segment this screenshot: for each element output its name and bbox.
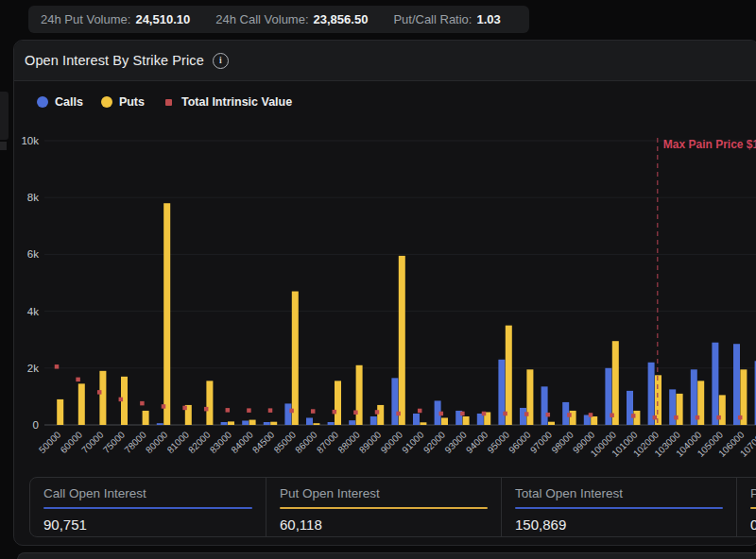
intrinsic-marker[interactable] [589,413,593,417]
call-bar[interactable] [627,391,633,425]
intrinsic-marker[interactable] [631,414,636,418]
calls-color-dot [37,96,48,108]
put-bar[interactable] [57,399,63,425]
legend-item-puts[interactable]: Puts [101,95,145,109]
x-tick-label: 82000 [186,429,213,455]
call-bar[interactable] [242,420,249,425]
y-tick-label: 4k [27,306,39,317]
put-bar[interactable] [292,292,299,425]
call-bar[interactable] [284,403,291,425]
intrinsic-marker[interactable] [674,415,679,420]
put-oi-underline [280,507,488,509]
x-tick-label: 50000 [37,429,63,455]
intrinsic-marker[interactable] [738,415,743,420]
next-panel-top-edge [17,552,756,559]
put-bar[interactable] [591,416,597,425]
put-bar[interactable] [677,394,683,425]
oi-put-call-ratio-underline [750,507,756,509]
intrinsic-marker[interactable] [524,412,529,416]
put-call-ratio-label: Put/Call Ratio: [393,12,472,26]
put-bar[interactable] [206,381,213,425]
call-oi-value: 90,751 [43,517,252,533]
put-bar[interactable] [719,395,726,425]
call-bar[interactable] [328,422,335,425]
put-bar[interactable] [420,422,426,425]
put-bar[interactable] [313,423,319,425]
panel-title: Open Interest By Strike Price [25,53,204,68]
intrinsic-marker[interactable] [375,410,380,415]
intrinsic-marker[interactable] [204,407,209,412]
put-bar[interactable] [143,411,149,425]
intrinsic-marker[interactable] [396,412,401,416]
call-bar[interactable] [733,344,740,425]
intrinsic-marker[interactable] [333,410,337,415]
x-tick-label: 92000 [421,429,448,455]
intrinsic-marker[interactable] [503,412,507,416]
put-bar[interactable] [441,417,448,425]
x-tick-label: 97000 [528,429,555,455]
intrinsic-marker[interactable] [460,412,465,416]
intrinsic-marker[interactable] [247,408,251,413]
intrinsic-marker[interactable] [119,398,124,402]
call-bar[interactable] [221,422,228,425]
intrinsic-marker[interactable] [226,408,231,413]
put-bar[interactable] [506,326,512,425]
call-bar[interactable] [264,422,270,425]
x-tick-label: 88000 [335,429,362,455]
put-bar[interactable] [335,381,341,425]
x-tick-label: 86000 [293,429,319,455]
intrinsic-marker[interactable] [140,401,145,406]
put-bar[interactable] [99,371,106,425]
put-bar[interactable] [612,341,619,425]
put-bar[interactable] [228,421,234,425]
intrinsic-marker[interactable] [567,413,572,417]
put-bar[interactable] [399,256,405,425]
intrinsic-marker[interactable] [76,378,80,382]
call-bar[interactable] [306,417,313,425]
intrinsic-marker[interactable] [289,409,294,414]
intrinsic-marker[interactable] [439,412,444,416]
intrinsic-marker[interactable] [696,415,700,420]
intrinsic-marker[interactable] [353,411,358,415]
put-bar[interactable] [463,416,470,425]
put-bar[interactable] [270,422,277,425]
intrinsic-marker[interactable] [162,404,166,409]
put-bar[interactable] [570,411,576,425]
call-bar[interactable] [520,408,526,425]
intrinsic-marker[interactable] [268,408,273,413]
intrinsic-marker[interactable] [97,390,102,395]
intrinsic-marker[interactable] [311,409,316,414]
intrinsic-marker[interactable] [418,409,422,414]
open-interest-chart[interactable]: 02k4k6k8k10k5000060000700007500078000800… [14,130,756,482]
put-bar[interactable] [377,405,384,425]
put-bar[interactable] [526,369,533,425]
x-tick-label: 80000 [144,429,170,455]
y-tick-label: 8k [27,192,39,203]
intrinsic-marker[interactable] [182,406,187,411]
intrinsic-marker[interactable] [482,412,487,416]
put-bar[interactable] [356,365,363,425]
legend-item-calls[interactable]: Calls [37,95,83,109]
x-tick-label: 93000 [442,429,469,455]
call-bar[interactable] [349,420,355,425]
legend-item-intrinsic[interactable]: Total Intrinsic Value [163,95,292,109]
call-bar[interactable] [391,378,398,425]
intrinsic-marker[interactable] [716,415,721,420]
x-tick-label: 98000 [549,429,576,455]
call-volume-value: 23,856.50 [314,12,369,26]
put-bar[interactable] [163,203,170,425]
call-bar[interactable] [157,423,163,425]
intrinsic-marker[interactable] [610,414,614,418]
put-bar[interactable] [249,420,256,425]
total-oi-column: Total Open Interest 150,869 [501,478,736,536]
call-bar[interactable] [541,386,548,425]
intrinsic-marker[interactable] [546,413,551,417]
info-icon[interactable]: i [213,53,229,69]
put-bar[interactable] [78,383,85,425]
intrinsic-marker[interactable] [55,364,60,369]
call-bar[interactable] [712,343,718,425]
intrinsic-marker[interactable] [653,415,658,420]
call-bar[interactable] [413,414,420,425]
put-bar[interactable] [548,422,555,425]
call-bar[interactable] [370,416,377,425]
